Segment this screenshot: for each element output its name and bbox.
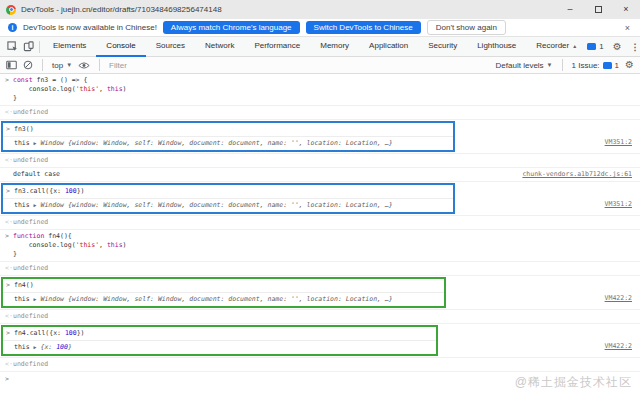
info-icon: i bbox=[8, 23, 17, 32]
maximize-icon bbox=[595, 6, 602, 13]
console-input-row[interactable]: >fn3.call({x: 100}) bbox=[3, 185, 453, 199]
console-result-row: <·undefined bbox=[0, 358, 640, 372]
annotation-box-green: >fn4.call({x: 100})this ▶ {x: 100} bbox=[1, 325, 438, 356]
text-segment: Window {window: Window, self: Window, do… bbox=[41, 295, 393, 303]
text-segment: ) bbox=[123, 241, 127, 249]
console-sidebar-icon[interactable] bbox=[6, 60, 17, 70]
issues-summary-count: 1 bbox=[615, 61, 619, 70]
console-log-row: this ▶ Window {window: Window, self: Win… bbox=[3, 293, 444, 306]
text-segment: , bbox=[99, 241, 107, 249]
console-input-row[interactable]: >fn4.call({x: 100}) bbox=[3, 327, 436, 341]
result-value: undefined bbox=[13, 312, 48, 321]
console-input-row[interactable]: >fn3() bbox=[3, 123, 453, 137]
filter-input[interactable] bbox=[109, 61, 339, 70]
device-toolbar-icon[interactable] bbox=[20, 39, 36, 54]
devtools-tabbar: ElementsConsoleSourcesNetworkPerformance… bbox=[0, 37, 640, 57]
text-segment: console.log( bbox=[13, 85, 76, 93]
text-segment: 'this' bbox=[76, 85, 99, 93]
log-text: this ▶ {x: 100} bbox=[14, 343, 72, 352]
input-chevron-icon: > bbox=[6, 329, 14, 338]
code-line: } bbox=[13, 94, 127, 103]
source-link[interactable]: VM351:2 bbox=[605, 138, 632, 147]
issues-counter[interactable]: 1 bbox=[587, 42, 603, 51]
console-input-row[interactable]: >const fn3 = () => { console.log('this',… bbox=[0, 74, 640, 106]
text-segment: this bbox=[14, 343, 34, 351]
source-link[interactable]: chunk-vendors.a1b712dc.js:61 bbox=[522, 170, 632, 179]
console-log-row: this ▶ Window {window: Window, self: Win… bbox=[3, 137, 453, 150]
tab-performance[interactable]: Performance bbox=[244, 37, 310, 57]
source-link[interactable]: VM422:2 bbox=[605, 294, 632, 303]
code-line: function fn4(){ bbox=[13, 232, 127, 241]
infobar-close-icon[interactable]: × bbox=[623, 19, 632, 37]
output-chevron-icon: <· bbox=[5, 108, 13, 117]
infobar-button-always-match-chrome-s-language[interactable]: Always match Chrome's language bbox=[163, 21, 300, 34]
context-selector-label: top bbox=[52, 61, 63, 70]
input-code: fn3() bbox=[14, 125, 34, 134]
text-segment: } bbox=[13, 250, 17, 258]
tab-sources[interactable]: Sources bbox=[146, 37, 195, 57]
console-settings-gear-icon[interactable]: ⚙ bbox=[625, 60, 634, 70]
input-code: function fn4(){ console.log('this', this… bbox=[13, 232, 127, 259]
issues-icon bbox=[587, 43, 596, 50]
input-chevron-icon: > bbox=[6, 187, 14, 196]
text-segment: 100 bbox=[65, 329, 77, 337]
console-log-area: >const fn3 = () => { console.log('this',… bbox=[0, 74, 640, 386]
eye-icon[interactable] bbox=[78, 61, 90, 70]
input-chevron-icon: > bbox=[5, 232, 13, 241]
text-segment: this bbox=[107, 85, 123, 93]
infobar-message: DevTools is now available in Chinese! bbox=[23, 23, 157, 32]
infobar-button-switch-devtools-to-chinese[interactable]: Switch DevTools to Chinese bbox=[306, 21, 421, 34]
context-selector[interactable]: top ▼ bbox=[52, 61, 72, 70]
text-segment: this bbox=[107, 241, 123, 249]
settings-gear-icon[interactable]: ⚙ bbox=[613, 42, 622, 52]
text-segment: {x: bbox=[41, 343, 57, 351]
tab-label: Lighthouse bbox=[477, 41, 516, 50]
issues-icon bbox=[603, 62, 612, 69]
tab-recorder[interactable]: Recorder▲ bbox=[526, 37, 587, 57]
source-link[interactable]: VM422:2 bbox=[605, 342, 632, 351]
tab-security[interactable]: Security bbox=[418, 37, 467, 57]
close-button[interactable]: × bbox=[612, 0, 640, 19]
console-result-row: <·undefined bbox=[0, 154, 640, 168]
text-segment: this bbox=[14, 295, 34, 303]
text-segment: this bbox=[14, 139, 34, 147]
window-titlebar: DevTools - juejin.cn/editor/drafts/71034… bbox=[0, 0, 640, 19]
tab-label: Performance bbox=[254, 41, 300, 50]
log-levels-selector[interactable]: Default levels ▼ bbox=[496, 61, 553, 70]
divider bbox=[562, 59, 563, 71]
inspect-element-icon[interactable] bbox=[4, 39, 20, 54]
clear-console-icon[interactable] bbox=[23, 60, 33, 70]
tab-lighthouse[interactable]: Lighthouse bbox=[467, 37, 526, 57]
tab-label: Recorder bbox=[536, 41, 569, 50]
source-link[interactable]: VM351:2 bbox=[605, 200, 632, 209]
minimize-button[interactable]: – bbox=[556, 0, 584, 19]
tab-memory[interactable]: Memory bbox=[310, 37, 359, 57]
text-segment: this bbox=[14, 201, 34, 209]
text-segment: } bbox=[13, 94, 17, 102]
console-input-row[interactable]: >fn4() bbox=[3, 279, 444, 293]
maximize-button[interactable] bbox=[584, 6, 612, 13]
log-text: this ▶ Window {window: Window, self: Win… bbox=[14, 295, 393, 304]
window-title: DevTools - juejin.cn/editor/drafts/71034… bbox=[21, 5, 222, 14]
console-input-row[interactable]: >function fn4(){ console.log('this', thi… bbox=[0, 230, 640, 262]
tab-network[interactable]: Network bbox=[195, 37, 244, 57]
infobar-button-don-t-show-again[interactable]: Don't show again bbox=[427, 20, 506, 35]
input-code: const fn3 = () => { console.log('this', … bbox=[13, 76, 127, 103]
window-controls: – × bbox=[556, 0, 640, 19]
tab-application[interactable]: Application bbox=[359, 37, 418, 57]
text-segment: Window {window: Window, self: Window, do… bbox=[41, 201, 393, 209]
tab-console[interactable]: Console bbox=[96, 37, 145, 57]
console-result-row: <·undefined bbox=[0, 216, 640, 230]
watermark: @稀土掘金技术社区 bbox=[515, 374, 632, 391]
text-segment: }) bbox=[77, 187, 85, 195]
text-segment: default case bbox=[13, 170, 60, 178]
code-line: console.log('this', this) bbox=[13, 241, 127, 250]
chrome-logo-icon bbox=[6, 5, 16, 15]
issues-summary[interactable]: 1 Issue: 1 bbox=[572, 61, 619, 70]
tab-elements[interactable]: Elements bbox=[43, 37, 96, 57]
more-options-icon[interactable]: ⋮ bbox=[631, 42, 640, 52]
text-segment: fn3() bbox=[14, 125, 34, 133]
tab-label: Console bbox=[106, 41, 135, 50]
annotation-box-green: >fn4()this ▶ Window {window: Window, sel… bbox=[1, 277, 446, 308]
text-segment: function bbox=[13, 232, 48, 240]
